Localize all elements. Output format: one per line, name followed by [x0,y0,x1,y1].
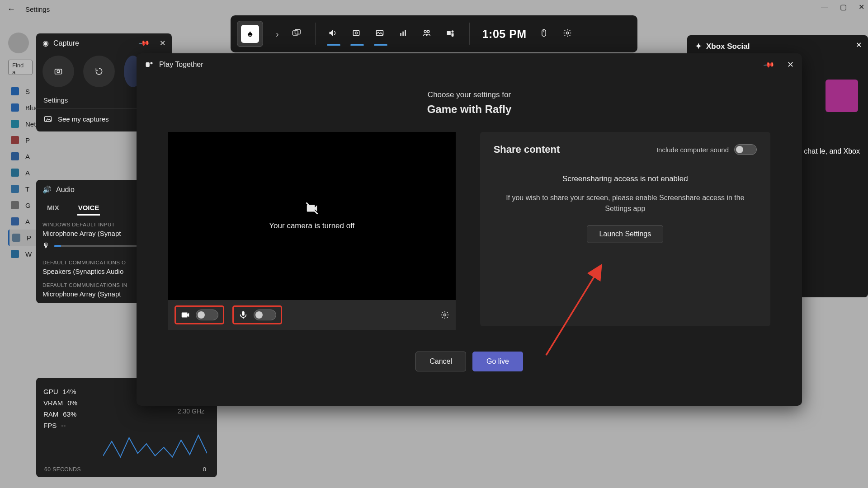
svg-point-8 [424,30,426,33]
capture-icon[interactable] [352,28,363,39]
svg-rect-1 [295,30,300,34]
sidebar-item[interactable]: P [8,132,126,148]
sidebar-item[interactable]: A [8,164,126,181]
share-status-text: Screensharing access is not enabled [494,174,757,183]
window-title: Settings [25,5,50,13]
svg-point-3 [355,32,357,34]
svg-point-22 [443,314,446,316]
close-icon[interactable]: ✕ [859,3,864,11]
close-icon[interactable]: ✕ [160,39,165,47]
xbox-icon: ✦ [695,42,702,51]
svg-rect-5 [400,33,401,36]
svg-rect-0 [292,31,298,35]
svg-point-19 [151,62,153,64]
svg-point-11 [451,30,453,33]
tab-mix[interactable]: MIX [46,201,60,216]
close-icon[interactable]: ✕ [856,41,862,49]
tab-voice[interactable]: VOICE [77,201,100,216]
social-icon[interactable] [422,28,433,39]
mic-icon: 🎙 [42,242,50,250]
play-together-dialog: Play Together 📌 ✕ Choose your settings f… [137,53,802,406]
video-preview-section: Your camera is turned off [168,132,456,330]
perf-sparkline [103,426,207,462]
svg-rect-10 [447,31,450,35]
pin-icon[interactable]: 📌 [138,37,151,49]
perf-cpu-ghz: 2.30 GHz [178,408,204,415]
avatar [8,33,29,53]
broadcast-icon[interactable] [292,28,302,39]
perf-x-label: 60 SECONDS [44,466,81,473]
teams-icon [145,60,154,69]
mic-toggle-group [232,305,282,324]
go-live-button[interactable]: Go live [472,352,523,371]
game-bar: ♠ › 1:05 PM [231,15,637,52]
camera-icon [180,310,190,320]
include-sound-label: Include computer sound [656,146,729,154]
svg-rect-2 [353,30,359,36]
dialog-subtitle: Choose your settings for [137,90,802,99]
camera-off-icon [305,202,319,215]
xbox-social-title: Xbox Social [706,42,750,51]
performance-icon[interactable] [399,28,410,39]
svg-rect-18 [146,62,150,67]
cancel-button[interactable]: Cancel [415,352,466,371]
capture-badge-icon: ◉ [42,39,49,47]
svg-point-9 [427,30,429,33]
record-last-button[interactable] [83,56,115,87]
mic-icon [238,310,248,320]
share-title: Share content [494,144,560,155]
svg-rect-7 [405,30,406,36]
camera-off-text: Your camera is turned off [269,221,354,230]
gallery-icon[interactable] [375,28,386,39]
avatar [826,80,858,112]
minimize-icon[interactable]: — [821,3,828,11]
teams-icon[interactable] [446,28,457,39]
svg-point-16 [57,70,60,73]
maximize-icon[interactable]: ▢ [840,3,847,11]
dialog-game-title: Game with Rafly [137,103,802,116]
search-input[interactable]: Find a [8,60,33,75]
share-help-text: If you wish to share your screen, please… [494,192,757,214]
capture-title: Capture [53,39,79,47]
sidebar-item[interactable]: A [8,148,126,164]
svg-rect-6 [402,32,404,36]
share-content-section: Share content Include computer sound Scr… [480,132,770,326]
chevron-right-icon[interactable]: › [276,29,279,39]
clock: 1:05 PM [482,28,527,41]
mic-toggle[interactable] [254,310,276,320]
folder-icon [43,114,52,123]
mouse-icon[interactable] [539,28,550,39]
audio-icon: 🔊 [42,185,52,194]
camera-preview: Your camera is turned off [168,132,456,300]
svg-rect-21 [242,311,245,316]
window-controls: — ▢ ✕ [821,3,864,11]
dialog-header: Play Together [159,61,203,69]
screenshot-button[interactable] [42,56,74,87]
perf-y-zero: 0 [203,466,206,473]
gear-icon[interactable] [563,28,574,39]
gear-icon[interactable] [440,310,449,319]
camera-toggle[interactable] [196,310,218,320]
camera-toggle-group [175,305,224,324]
launch-settings-button[interactable]: Launch Settings [587,225,663,243]
close-icon[interactable]: ✕ [787,60,794,70]
audio-title: Audio [56,186,75,194]
include-sound-toggle[interactable] [734,144,757,155]
audio-icon[interactable] [328,28,339,39]
back-icon[interactable]: ← [7,5,15,14]
svg-point-14 [566,32,568,34]
active-game-tile[interactable]: ♠ [237,21,263,47]
pin-icon[interactable]: 📌 [763,58,775,70]
